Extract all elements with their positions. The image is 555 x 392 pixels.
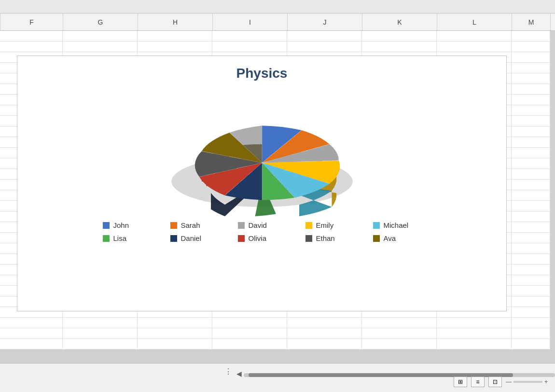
chart-legend: JohnSarahDavidEmilyMichael LisaDanielOli… (103, 221, 421, 242)
legend-swatch (238, 222, 245, 229)
legend-item-david: David (238, 221, 286, 229)
sheet-options-icon[interactable]: ⋮ (224, 367, 233, 376)
grid-cell[interactable] (437, 31, 512, 42)
legend-swatch (103, 235, 110, 242)
grid-cell[interactable] (138, 328, 212, 339)
zoom-plus[interactable]: + (544, 378, 548, 385)
grid-cell[interactable] (512, 84, 550, 95)
grid-cell[interactable] (512, 201, 550, 211)
grid-cell[interactable] (138, 318, 212, 328)
grid-cell[interactable] (0, 318, 63, 328)
page-layout-btn[interactable]: ≡ (471, 377, 485, 387)
grid-cell[interactable] (437, 339, 512, 350)
grid-cell[interactable] (212, 328, 287, 339)
grid-cell[interactable] (512, 126, 550, 137)
grid-cell[interactable] (512, 63, 550, 73)
grid-cell[interactable] (512, 307, 550, 318)
grid-cell[interactable] (212, 42, 287, 52)
legend-label: David (249, 221, 267, 229)
legend-swatch (305, 235, 312, 242)
grid-cell[interactable] (0, 42, 63, 52)
legend-swatch (305, 222, 312, 229)
top-bar (0, 0, 555, 14)
grid-cell[interactable] (512, 296, 550, 307)
grid-cell[interactable] (362, 42, 437, 52)
grid-cell[interactable] (287, 318, 362, 328)
legend-label: Michael (384, 221, 409, 229)
grid-cell[interactable] (0, 339, 63, 350)
grid-cell[interactable] (63, 42, 138, 52)
page-break-btn[interactable]: ⊡ (488, 377, 502, 387)
grid-cell[interactable] (512, 180, 550, 190)
grid-cell[interactable] (512, 265, 550, 275)
grid-cell[interactable] (512, 31, 550, 42)
grid-cell[interactable] (0, 328, 63, 339)
grid-row (0, 42, 555, 52)
grid-cell[interactable] (437, 318, 512, 328)
col-header-l: L (437, 14, 512, 30)
zoom-control: — + (506, 378, 548, 385)
grid-cell[interactable] (512, 137, 550, 148)
grid-cell[interactable] (512, 328, 550, 339)
legend-swatch (373, 235, 380, 242)
legend-label: Lisa (113, 234, 127, 242)
view-controls: ⊞ ≡ ⊡ — + (454, 377, 548, 387)
grid-cell[interactable] (138, 339, 212, 350)
grid-cell[interactable] (437, 328, 512, 339)
normal-view-btn[interactable]: ⊞ (454, 377, 467, 387)
legend-label: Emily (316, 221, 334, 229)
grid-cell[interactable] (512, 243, 550, 254)
grid-cell[interactable] (512, 286, 550, 296)
grid-cell[interactable] (512, 222, 550, 233)
sheet-nav-arrow[interactable]: ◀ (236, 370, 242, 378)
grid-cell[interactable] (512, 148, 550, 158)
grid-cell[interactable] (512, 339, 550, 350)
zoom-slider[interactable] (513, 381, 542, 383)
legend-label: Ethan (316, 234, 335, 242)
grid-cell[interactable] (212, 318, 287, 328)
col-header-m: M (512, 14, 551, 30)
grid-cell[interactable] (287, 31, 362, 42)
grid-cell[interactable] (512, 52, 550, 63)
grid-cell[interactable] (362, 31, 437, 42)
grid-cell[interactable] (63, 339, 138, 350)
chart-container: Physics (17, 56, 507, 311)
grid-cell[interactable] (512, 158, 550, 169)
grid-cell[interactable] (512, 233, 550, 243)
grid-cell[interactable] (287, 339, 362, 350)
grid-cell[interactable] (512, 105, 550, 116)
grid-cell[interactable] (63, 328, 138, 339)
grid-cell[interactable] (63, 31, 138, 42)
grid-cell[interactable] (362, 328, 437, 339)
grid-cell[interactable] (138, 42, 212, 52)
grid-cell[interactable] (512, 254, 550, 265)
grid-cell[interactable] (512, 275, 550, 286)
grid-cell[interactable] (512, 318, 550, 328)
column-headers: FGHIJKLM (0, 14, 555, 31)
grid-cell[interactable] (287, 328, 362, 339)
grid-cell[interactable] (512, 95, 550, 105)
grid-cell[interactable] (362, 318, 437, 328)
grid-cell[interactable] (512, 190, 550, 201)
grid-cell[interactable] (212, 31, 287, 42)
grid-cell[interactable] (212, 339, 287, 350)
grid-cell[interactable] (512, 211, 550, 222)
grid-cell[interactable] (512, 42, 550, 52)
grid-cell[interactable] (0, 31, 63, 42)
col-header-j: J (288, 14, 362, 30)
legend-item-emily: Emily (305, 221, 354, 229)
grid-cell[interactable] (63, 318, 138, 328)
legend-swatch (170, 235, 177, 242)
grid-cell[interactable] (512, 73, 550, 84)
grid-cell[interactable] (512, 169, 550, 180)
legend-label: Daniel (181, 234, 202, 242)
zoom-minus[interactable]: — (506, 378, 512, 385)
grid-cell[interactable] (138, 31, 212, 42)
grid-cell[interactable] (437, 42, 512, 52)
legend-swatch (238, 235, 245, 242)
grid-cell[interactable] (362, 339, 437, 350)
legend-item-lisa: Lisa (103, 234, 151, 242)
bottom-bar: ⋮ ◀ ⊞ ≡ ⊡ — + (0, 363, 555, 392)
grid-cell[interactable] (512, 116, 550, 126)
grid-cell[interactable] (287, 42, 362, 52)
